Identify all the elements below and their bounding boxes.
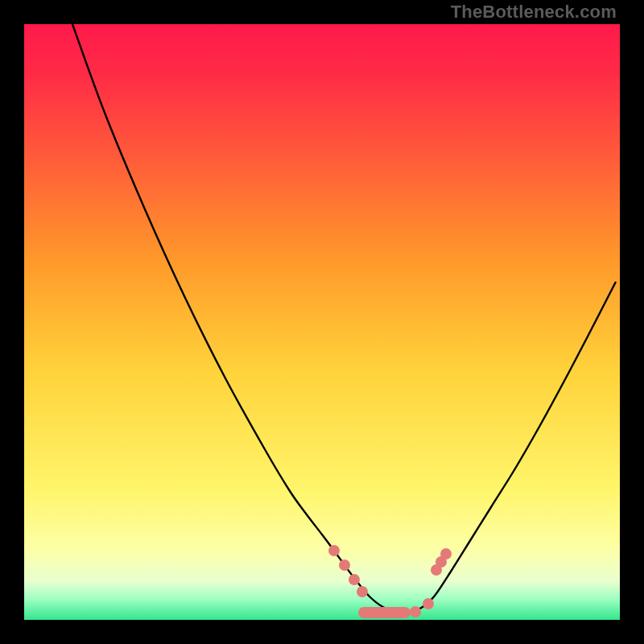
trough-marker-dot [339, 559, 350, 571]
trough-marker-pill [358, 607, 411, 618]
trough-marker-dot [440, 548, 452, 559]
trough-marker-dot [349, 574, 360, 585]
watermark-text: TheBottleneck.com [451, 2, 617, 23]
plot-area [24, 24, 620, 620]
trough-marker-dot [423, 598, 434, 609]
bottleneck-curve [24, 24, 620, 620]
trough-marker-dot [328, 545, 340, 556]
trough-marker-dot [410, 606, 421, 617]
trough-marker-dot [357, 586, 368, 597]
